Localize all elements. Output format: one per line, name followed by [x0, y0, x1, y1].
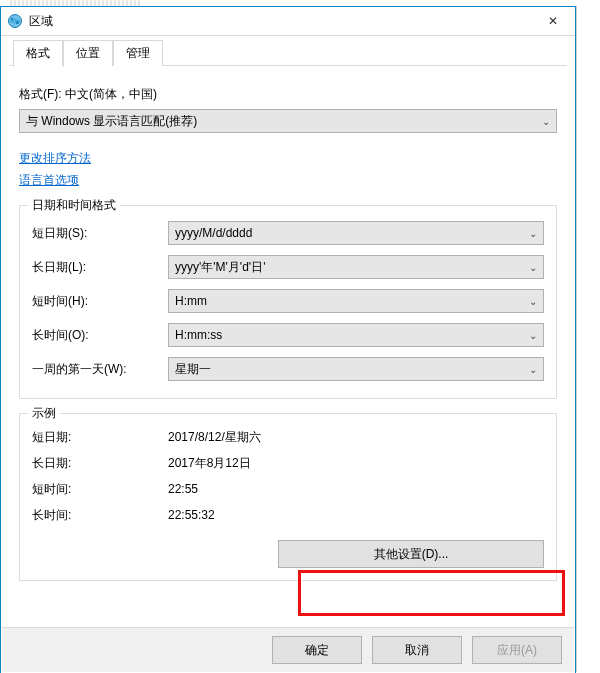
datetime-legend: 日期和时间格式	[28, 197, 120, 214]
short-time-combo[interactable]: H:mm ⌄	[168, 289, 544, 313]
chevron-down-icon: ⌄	[529, 330, 537, 341]
apply-button[interactable]: 应用(A)	[472, 636, 562, 664]
chevron-down-icon: ⌄	[529, 364, 537, 375]
first-day-value: 星期一	[175, 361, 211, 378]
links-area: 更改排序方法 语言首选项	[19, 147, 557, 191]
chevron-down-icon: ⌄	[529, 228, 537, 239]
format-label: 格式(F): 中文(简体，中国)	[19, 86, 557, 103]
ex-short-date-label: 短日期:	[32, 429, 168, 446]
examples-legend: 示例	[28, 405, 60, 422]
tab-strip: 格式 位置 管理	[1, 42, 575, 66]
long-date-combo[interactable]: yyyy'年'M'月'd'日' ⌄	[168, 255, 544, 279]
chevron-down-icon: ⌄	[542, 116, 550, 127]
cancel-button[interactable]: 取消	[372, 636, 462, 664]
svg-point-2	[16, 21, 19, 24]
ex-long-date-value: 2017年8月12日	[168, 455, 251, 472]
dialog-footer: 确定 取消 应用(A)	[2, 627, 574, 672]
long-time-label: 长时间(O):	[32, 327, 168, 344]
ex-short-time-label: 短时间:	[32, 481, 168, 498]
close-icon: ✕	[548, 14, 558, 28]
chevron-down-icon: ⌄	[529, 296, 537, 307]
long-time-value: H:mm:ss	[175, 328, 222, 342]
first-day-combo[interactable]: 星期一 ⌄	[168, 357, 544, 381]
link-language-prefs[interactable]: 语言首选项	[19, 169, 79, 191]
short-date-combo[interactable]: yyyy/M/d/dddd ⌄	[168, 221, 544, 245]
tab-format[interactable]: 格式	[13, 40, 63, 67]
window-title: 区域	[29, 13, 530, 30]
close-button[interactable]: ✕	[530, 7, 575, 35]
right-white-strip	[576, 0, 600, 673]
additional-settings-button[interactable]: 其他设置(D)...	[278, 540, 544, 568]
ex-long-date-label: 长日期:	[32, 455, 168, 472]
first-day-label: 一周的第一天(W):	[32, 361, 168, 378]
client-area: 格式(F): 中文(简体，中国) 与 Windows 显示语言匹配(推荐) ⌄ …	[1, 66, 575, 581]
long-date-value: yyyy'年'M'月'd'日'	[175, 259, 265, 276]
format-combo-value: 与 Windows 显示语言匹配(推荐)	[26, 113, 197, 130]
short-date-label: 短日期(S):	[32, 225, 168, 242]
chevron-down-icon: ⌄	[529, 262, 537, 273]
ok-button[interactable]: 确定	[272, 636, 362, 664]
long-time-combo[interactable]: H:mm:ss ⌄	[168, 323, 544, 347]
ex-short-date-value: 2017/8/12/星期六	[168, 429, 261, 446]
short-time-value: H:mm	[175, 294, 207, 308]
long-date-label: 长日期(L):	[32, 259, 168, 276]
short-date-value: yyyy/M/d/dddd	[175, 226, 252, 240]
svg-point-1	[11, 18, 13, 20]
ex-long-time-label: 长时间:	[32, 507, 168, 524]
examples-group: 示例 短日期: 2017/8/12/星期六 长日期: 2017年8月12日 短时…	[19, 413, 557, 581]
link-change-sort[interactable]: 更改排序方法	[19, 147, 91, 169]
title-bar: 区域 ✕	[1, 7, 575, 36]
short-time-label: 短时间(H):	[32, 293, 168, 310]
tab-location[interactable]: 位置	[63, 40, 113, 66]
datetime-formats-group: 日期和时间格式 短日期(S): yyyy/M/d/dddd ⌄ 长日期(L): …	[19, 205, 557, 399]
tab-admin[interactable]: 管理	[113, 40, 163, 66]
region-dialog: 区域 ✕ 格式 位置 管理 格式(F): 中文(简体，中国) 与 Windows…	[0, 6, 576, 673]
format-combo[interactable]: 与 Windows 显示语言匹配(推荐) ⌄	[19, 109, 557, 133]
ex-long-time-value: 22:55:32	[168, 508, 215, 522]
ex-short-time-value: 22:55	[168, 482, 198, 496]
region-icon	[7, 13, 23, 29]
